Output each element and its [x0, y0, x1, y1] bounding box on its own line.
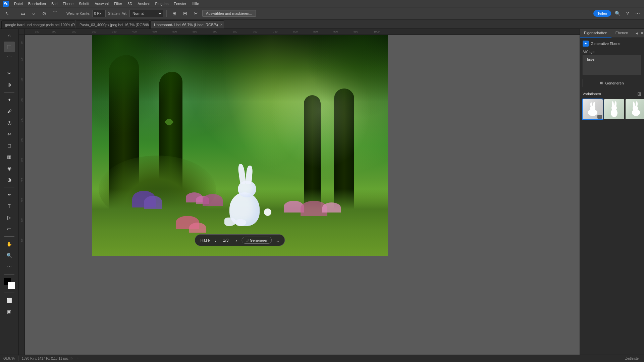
toolbar-right: Teilen 🔍 ? ⋯ [593, 10, 641, 17]
status-bar: 66.67% 1890 Px x 1417 Px (118.11 ppcm) ›… [0, 355, 644, 362]
help-icon-btn[interactable]: ? [624, 10, 631, 17]
canvas-dimensions: 1890 Px x 1417 Px (118.11 ppcm) [22, 357, 72, 360]
blur-tool[interactable]: ◉ [4, 163, 15, 174]
tool-sep-2 [4, 92, 14, 93]
timeline-btn[interactable]: Zeitleiste [623, 356, 641, 361]
menu-hilfe[interactable]: Hilfe [190, 1, 201, 6]
menu-fenster[interactable]: Fenster [172, 1, 188, 6]
tab-googlebard[interactable]: google bard und chatgpt.psdc bei 100% (R… [1, 20, 75, 28]
brush-tool[interactable]: 🖌 [4, 106, 15, 117]
floating-generate-btn[interactable]: ⊞ Generieren [242, 237, 272, 244]
eigenschaften-panel: ★ Generative Ebene Abfrage: Hase ⊞ Gener… [580, 38, 644, 355]
art-select[interactable]: Normal Hinzufügen Subtrahieren [129, 10, 163, 17]
heal-tool[interactable]: ✦ [4, 95, 15, 105]
menu-filter[interactable]: Filter [112, 1, 124, 6]
toolbar-separator-1 [15, 10, 15, 17]
gradient-tool[interactable]: ▦ [4, 152, 15, 162]
history-tool[interactable]: ↩ [4, 129, 15, 139]
menu-bild[interactable]: Bild [49, 1, 59, 6]
menu-schrift[interactable]: Schrift [77, 1, 91, 6]
menu-plugins[interactable]: Plug-ins [153, 1, 170, 6]
floating-label: Hase [200, 238, 210, 243]
rabbit-figure [219, 166, 273, 226]
tool-sep-6 [4, 293, 14, 293]
ruler-vertical: 50 100 150 200 250 300 350 400 450 500 5… [19, 35, 25, 355]
menu-ansicht[interactable]: Ansicht [136, 1, 152, 6]
tool-group-select: ⌂ ⬚ ⌒ [0, 30, 18, 64]
text-tool[interactable]: T [4, 201, 15, 212]
next-variation-btn[interactable]: › [234, 237, 238, 244]
marquee-rect-btn[interactable]: ▭ [18, 9, 27, 18]
clone-tool[interactable]: ◎ [4, 117, 15, 128]
eraser-tool[interactable]: ◻ [4, 140, 15, 151]
floating-more-btn[interactable]: ... [275, 238, 279, 243]
marquee-tool[interactable]: ⬚ [4, 42, 15, 52]
tab-unbenannt[interactable]: Unbenannt-1 bei 66,7% (Hase, RGB/8) ✕ [150, 20, 224, 28]
menu-datei[interactable]: Datei [12, 1, 25, 6]
variation2-rabbit-icon [606, 101, 623, 118]
rpanel-close-btn[interactable]: ✕ [640, 30, 644, 36]
generate-btn-label: Generieren [605, 81, 624, 85]
screen-mode-tool[interactable]: ▣ [4, 306, 15, 317]
dodge-tool[interactable]: ◑ [4, 174, 15, 185]
color-swatch[interactable] [4, 278, 15, 289]
gen-layer-header: ★ Generative Ebene [583, 41, 641, 47]
move-tool-btn[interactable]: ↖ [3, 9, 11, 18]
prev-variation-btn[interactable]: ‹ [213, 237, 217, 244]
star-icon: ★ [584, 42, 587, 45]
variation-thumb-1[interactable]: ⋯ [583, 99, 603, 119]
more-tools[interactable]: ⋯ [4, 261, 15, 272]
soft-edges-input[interactable] [92, 10, 106, 17]
menu-bearbeiten[interactable]: Bearbeiten [26, 1, 48, 6]
magic-wand-btn[interactable]: ⌒ [51, 9, 59, 18]
variation-thumb-3[interactable] [626, 99, 644, 119]
hand-tool[interactable]: ✋ [4, 239, 15, 249]
quick-mask-tool[interactable]: ⬜ [4, 295, 15, 306]
more-icon-btn[interactable]: ⋯ [634, 10, 641, 17]
search-icon-btn[interactable]: 🔍 [614, 10, 621, 17]
tab-unbenannt-close[interactable]: ✕ [220, 23, 223, 26]
menu-3d[interactable]: 3D [125, 1, 134, 6]
toolbar-icon1[interactable]: ⊞ [170, 9, 179, 18]
rpanel-collapse-btn[interactable]: ◂ [635, 30, 638, 36]
menu-auswahl[interactable]: Auswahl [93, 1, 111, 6]
variation-thumb-2[interactable] [604, 99, 624, 119]
crop-tool[interactable]: ✂ [4, 68, 15, 79]
generate-btn-panel[interactable]: ⊞ Generieren [583, 79, 641, 87]
tool-sep-5 [4, 274, 14, 275]
tool-sep-3 [4, 187, 14, 187]
share-button[interactable]: Teilen [593, 10, 611, 17]
soft-edges-label: Weiche Kante: [66, 11, 90, 15]
zoom-tool[interactable]: 🔍 [4, 250, 15, 261]
marquee-ellipse-btn[interactable]: ○ [29, 9, 38, 18]
menu-ebene[interactable]: Ebene [61, 1, 75, 6]
pen-tool[interactable]: ✒ [4, 189, 15, 200]
toolbar-icon2[interactable]: ⊟ [181, 9, 190, 18]
canvas-area: 150 200 250 300 350 400 450 500 550 600 … [19, 29, 580, 355]
tab-eigenschaften[interactable]: Eigenschaften [580, 29, 611, 38]
tab-pasta[interactable]: Pasta_03_4000px.jpeg bei 16,7% (RGB/8#) … [76, 20, 150, 28]
lasso-tool[interactable]: ⌒ [4, 53, 15, 64]
toolbar-separator-3 [166, 10, 167, 17]
home-tool[interactable]: ⌂ [4, 30, 15, 41]
tab-pasta-label: Pasta_03_4000px.jpeg bei 16,7% (RGB/8#) [79, 23, 150, 27]
background-color[interactable] [8, 282, 15, 289]
gen-layer-label: Generative Ebene [591, 42, 621, 46]
path-tool[interactable]: ▷ [4, 212, 15, 223]
shape-tool[interactable]: ▭ [4, 224, 15, 234]
eyedropper-tool[interactable]: ⊕ [4, 79, 15, 90]
generate-panel-icon: ⊞ [600, 81, 603, 85]
tab-ebenen[interactable]: Ebenen [611, 29, 632, 38]
select-mask-btn[interactable]: Auswählen und maskieren... [202, 10, 256, 17]
status-sep-1 [18, 356, 18, 361]
ruler-horizontal: 150 200 250 300 350 400 450 500 550 600 … [25, 29, 580, 35]
lasso-btn[interactable]: ⊙ [40, 9, 49, 18]
tool-group-vector: ✒ T ▷ ▭ [0, 189, 18, 234]
toolbar-icon3[interactable]: ✂ [192, 9, 200, 18]
forest-background [92, 35, 388, 256]
query-input[interactable]: Hase [583, 55, 641, 75]
tab-googlebard-label: google bard und chatgpt.psdc bei 100% (R… [5, 23, 75, 27]
zoom-level: 66.67% [3, 357, 15, 360]
variations-grid-btn[interactable]: ⊞ [637, 91, 641, 97]
tool-sep-4 [4, 236, 14, 237]
